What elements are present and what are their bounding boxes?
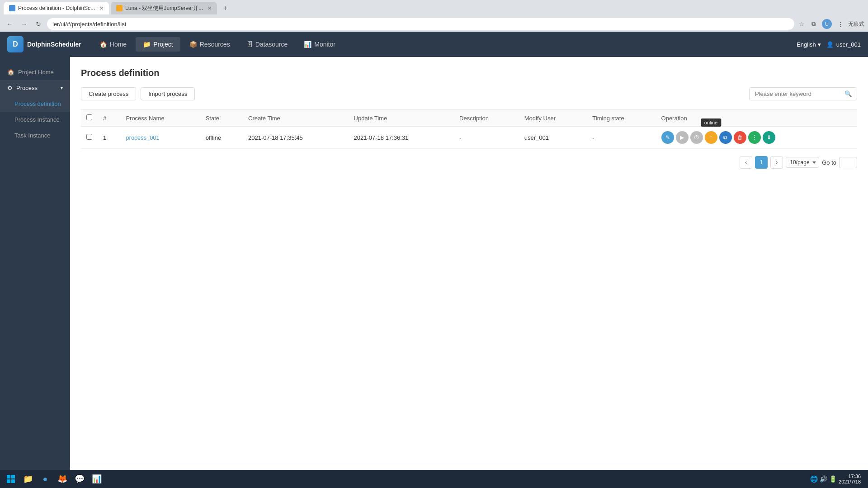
- start-menu-button[interactable]: [4, 472, 18, 486]
- svg-rect-2: [7, 479, 10, 483]
- goto-label: Go to: [822, 159, 836, 166]
- tree-button[interactable]: ⋮: [748, 131, 761, 144]
- online-button[interactable]: ↑ online: [705, 131, 717, 144]
- tab-close-2[interactable]: ✕: [208, 5, 212, 11]
- page-1-button[interactable]: 1: [755, 156, 768, 169]
- nav-right: English ▾ 👤 user_001: [797, 41, 861, 48]
- row-checkbox[interactable]: [86, 134, 92, 140]
- datasource-icon: 🗄: [246, 41, 253, 48]
- operation-buttons: ✎ ▶ ⏱ ↑ online ⧉ 🗑: [661, 131, 852, 144]
- browser-right-icons: ⧉ U ⋮ 无痕式: [807, 18, 864, 30]
- import-process-button[interactable]: Import process: [141, 87, 195, 100]
- sidebar-item-process[interactable]: ⚙ Process ▾: [0, 80, 70, 96]
- nav-item-project[interactable]: 📁 Project: [136, 37, 180, 52]
- language-selector[interactable]: English ▾: [797, 41, 821, 48]
- next-page-button[interactable]: ›: [770, 156, 783, 169]
- menu-icon[interactable]: ⋮: [835, 18, 846, 30]
- search-button[interactable]: 🔍: [840, 88, 857, 100]
- tab-close-1[interactable]: ✕: [99, 5, 104, 11]
- address-input[interactable]: [47, 18, 794, 30]
- sidebar-item-project-home[interactable]: 🏠 Project Home: [0, 64, 70, 80]
- sidebar-item-process-instance[interactable]: Process Instance: [0, 112, 70, 128]
- data-table: # Process Name State Create Time Update …: [81, 109, 857, 149]
- row-process-name: process_001: [120, 127, 200, 149]
- edit-button[interactable]: ✎: [661, 131, 674, 144]
- user-label: user_001: [836, 41, 861, 48]
- language-dropdown-icon: ▾: [818, 41, 821, 48]
- extensions-icon[interactable]: ⧉: [807, 18, 819, 30]
- row-state: offline: [200, 127, 243, 149]
- top-nav: D DolphinScheduler 🏠 Home 📁 Project 📦 Re…: [0, 32, 868, 57]
- copy-button[interactable]: ⧉: [719, 131, 732, 144]
- taskbar-time: 17:36 2021/7/18: [839, 474, 864, 484]
- process-expand-icon: ▾: [61, 85, 63, 90]
- reload-button[interactable]: ↻: [33, 18, 44, 30]
- nav-label-project: Project: [153, 41, 173, 48]
- volume-icon: 🔊: [820, 475, 827, 483]
- svg-rect-1: [11, 475, 15, 479]
- sidebar-label-process: Process: [16, 85, 57, 91]
- sidebar-label-process-instance: Process Instance: [14, 116, 63, 123]
- language-label: English: [797, 41, 816, 48]
- pagination: ‹ 1 › 10/page 20/page 50/page Go to: [81, 156, 857, 169]
- row-timing-state: -: [587, 127, 656, 149]
- col-modify-user: Modify User: [519, 110, 587, 127]
- sidebar: 🏠 Project Home ⚙ Process ▾ Process defin…: [0, 57, 70, 470]
- process-icon: ⚙: [7, 85, 13, 91]
- timing-button[interactable]: ⏱: [690, 131, 703, 144]
- tab-active[interactable]: Process definition - DolphinSc... ✕: [4, 2, 109, 14]
- back-button[interactable]: ←: [4, 18, 15, 30]
- file-explorer-button[interactable]: 📁: [21, 472, 35, 486]
- app5-button[interactable]: 📊: [90, 472, 104, 486]
- tab-label-2: Luna - 双坐使用JumpServer开...: [125, 5, 203, 12]
- page-size-select[interactable]: 10/page 20/page 50/page: [786, 157, 819, 168]
- brand[interactable]: D DolphinScheduler: [7, 36, 81, 52]
- nav-item-datasource[interactable]: 🗄 Datasource: [239, 37, 295, 52]
- prev-page-button[interactable]: ‹: [740, 156, 752, 169]
- col-operation: Operation: [656, 110, 857, 127]
- address-bar: ← → ↻ ☆ ⧉ U ⋮ 无痕式: [0, 16, 868, 32]
- search-input[interactable]: [750, 88, 840, 100]
- systray: 🌐 🔊 🔋 17:36 2021/7/18: [810, 474, 864, 484]
- select-all-checkbox[interactable]: [86, 114, 92, 120]
- browser-taskbar-button[interactable]: ●: [38, 472, 52, 486]
- export-button[interactable]: ⬇: [763, 131, 775, 144]
- brand-name: DolphinScheduler: [27, 41, 81, 48]
- goto-input[interactable]: [839, 157, 857, 168]
- user-icon: 👤: [826, 41, 834, 48]
- table-header-row: # Process Name State Create Time Update …: [81, 110, 857, 127]
- start-button[interactable]: ▶: [676, 131, 689, 144]
- nav-label-monitor: Monitor: [314, 41, 335, 48]
- forward-button[interactable]: →: [18, 18, 30, 30]
- nav-label-home: Home: [110, 41, 127, 48]
- new-tab-button[interactable]: +: [219, 2, 231, 14]
- profile-icon[interactable]: U: [821, 18, 833, 30]
- process-name-link[interactable]: process_001: [126, 134, 159, 141]
- svg-rect-0: [7, 475, 10, 479]
- tab-inactive[interactable]: Luna - 双坐使用JumpServer开... ✕: [111, 2, 217, 14]
- col-description: Description: [454, 110, 519, 127]
- tab-label-1: Process definition - DolphinSc...: [18, 5, 95, 11]
- col-update-time: Update Time: [349, 110, 454, 127]
- table-row: 1 process_001 offline 2021-07-18 17:35:4…: [81, 127, 857, 149]
- nav-label-resources: Resources: [200, 41, 230, 48]
- col-num: #: [98, 110, 120, 127]
- nav-item-monitor[interactable]: 📊 Monitor: [297, 37, 343, 52]
- user-info[interactable]: 👤 user_001: [826, 41, 861, 48]
- search-box: 🔍: [749, 87, 857, 100]
- nav-item-resources[interactable]: 📦 Resources: [182, 37, 237, 52]
- create-process-button[interactable]: Create process: [81, 87, 136, 100]
- toolbar: Create process Import process 🔍: [81, 87, 857, 100]
- taskbar: 📁 ● 🦊 💬 📊 🌐 🔊 🔋 17:36 2021/7/18: [0, 470, 868, 488]
- app-container: D DolphinScheduler 🏠 Home 📁 Project 📦 Re…: [0, 32, 868, 488]
- page-title: Process definition: [81, 68, 857, 78]
- row-operations: ✎ ▶ ⏱ ↑ online ⧉ 🗑: [656, 127, 857, 149]
- app3-button[interactable]: 🦊: [55, 472, 70, 486]
- sidebar-item-task-instance[interactable]: Task Instance: [0, 128, 70, 143]
- app4-button[interactable]: 💬: [72, 472, 87, 486]
- bookmark-icon[interactable]: ☆: [799, 20, 805, 28]
- tab-bar: Process definition - DolphinSc... ✕ Luna…: [0, 0, 868, 16]
- nav-item-home[interactable]: 🏠 Home: [92, 37, 134, 52]
- sidebar-item-process-definition[interactable]: Process definition: [0, 96, 70, 112]
- delete-button[interactable]: 🗑: [734, 131, 746, 144]
